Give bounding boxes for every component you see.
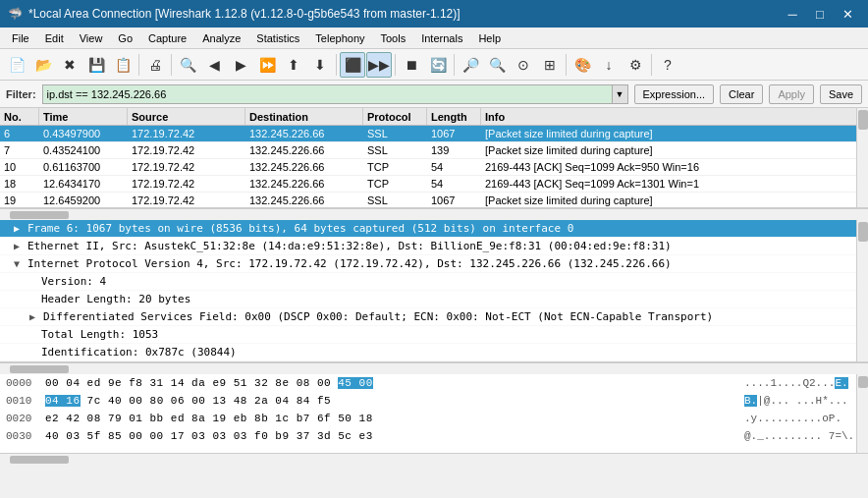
- hex-dump-hscroll[interactable]: [0, 453, 868, 465]
- menu-go[interactable]: Go: [110, 28, 140, 49]
- minimize-button[interactable]: ─: [780, 4, 805, 24]
- menu-internals[interactable]: Internals: [413, 28, 470, 49]
- detail-row[interactable]: Total Length: 1053: [0, 326, 868, 344]
- packet-row[interactable]: 1912.6459200172.19.72.42132.245.226.66SS…: [0, 193, 868, 208]
- packet-list-scrollbar[interactable]: [856, 108, 868, 207]
- restart-button[interactable]: 🔄: [425, 52, 451, 78]
- detail-row[interactable]: ▼Internet Protocol Version 4, Src: 172.1…: [0, 255, 868, 273]
- hex-dump-scrollbar[interactable]: [856, 374, 868, 453]
- filter-input-container: ▼: [42, 84, 628, 104]
- packet-cell: 139: [427, 142, 481, 158]
- packet-cell: [Packet size limited during capture]: [481, 193, 868, 208]
- packet-rows: 60.43497900172.19.72.42132.245.226.66SSL…: [0, 126, 868, 208]
- detail-text: Version: 4: [41, 275, 106, 288]
- app-icon: 🦈: [8, 7, 23, 21]
- hex-bytes: e2 42 08 79 01 bb ed 8a 19 eb 8b 1c b7 6…: [45, 413, 744, 424]
- detail-row[interactable]: Header Length: 20 bytes: [0, 291, 868, 308]
- packet-cell: 0.43497900: [39, 126, 128, 141]
- detail-expand-icon[interactable]: ▼: [10, 258, 24, 269]
- filter-bar: Filter: ▼ Expression... Clear Apply Save: [0, 81, 868, 108]
- detail-expand-icon[interactable]: ▶: [26, 311, 39, 322]
- col-header-protocol: Protocol: [363, 108, 427, 125]
- packet-row[interactable]: 1812.6434170172.19.72.42132.245.226.66TC…: [0, 176, 868, 193]
- zoom-reset-button[interactable]: ⊙: [511, 52, 536, 78]
- close-button[interactable]: ✕: [835, 4, 860, 24]
- export-button[interactable]: ⬆: [281, 52, 306, 78]
- expression-button[interactable]: Expression...: [634, 84, 715, 104]
- packet-row[interactable]: 70.43524100172.19.72.42132.245.226.66SSL…: [0, 142, 868, 159]
- clear-button[interactable]: Clear: [720, 84, 763, 104]
- apply-button[interactable]: Apply: [769, 84, 814, 104]
- packet-list-hscroll[interactable]: [0, 208, 868, 220]
- hex-row: 001004 16 7c 40 00 80 06 00 13 48 2a 04 …: [0, 392, 868, 410]
- help-btn[interactable]: ?: [655, 52, 680, 78]
- menu-capture[interactable]: Capture: [140, 28, 194, 49]
- detail-text: Internet Protocol Version 4, Src: 172.19…: [27, 257, 672, 270]
- menu-statistics[interactable]: Statistics: [248, 28, 307, 49]
- capture-interfaces-button[interactable]: ⬛: [340, 52, 365, 78]
- detail-row[interactable]: Version: 4: [0, 273, 868, 291]
- packet-cell: 172.19.72.42: [128, 176, 245, 192]
- packet-details[interactable]: ▶Frame 6: 1067 bytes on wire (8536 bits)…: [0, 220, 868, 362]
- col-header-destination: Destination: [245, 108, 363, 125]
- packet-cell: 132.245.226.66: [245, 176, 363, 192]
- zoom-fit-button[interactable]: ⊞: [537, 52, 563, 78]
- zoom-in-button[interactable]: 🔎: [458, 52, 483, 78]
- sep1: [138, 54, 139, 76]
- menu-file[interactable]: File: [4, 28, 37, 49]
- packet-details-hscroll-thumb[interactable]: [10, 365, 69, 373]
- detail-row[interactable]: ▶Differentiated Services Field: 0x00 (DS…: [0, 308, 868, 326]
- import-button[interactable]: ⬇: [307, 52, 333, 78]
- packet-details-rows: ▶Frame 6: 1067 bytes on wire (8536 bits)…: [0, 220, 868, 361]
- main-content: No. Time Source Destination Protocol Len…: [0, 108, 868, 498]
- detail-expand-icon[interactable]: ▶: [10, 223, 24, 234]
- menu-edit[interactable]: Edit: [37, 28, 72, 49]
- menu-telephony[interactable]: Telephony: [307, 28, 372, 49]
- open-button[interactable]: 📂: [30, 52, 56, 78]
- capture-options-button[interactable]: ▶▶: [366, 52, 392, 78]
- colorize-button[interactable]: 🎨: [570, 52, 595, 78]
- menu-help[interactable]: Help: [470, 28, 509, 49]
- title-bar: 🦈 *Local Area Connection [Wireshark 1.12…: [0, 0, 868, 28]
- packet-cell: 0.43524100: [39, 142, 128, 158]
- title-left: 🦈 *Local Area Connection [Wireshark 1.12…: [8, 7, 461, 21]
- hex-dump[interactable]: 000000 04 ed 9e f8 31 14 da e9 51 32 8e …: [0, 374, 868, 453]
- detail-row[interactable]: ▶Ethernet II, Src: AsustekC_51:32:8e (14…: [0, 238, 868, 255]
- menu-tools[interactable]: Tools: [373, 28, 414, 49]
- sep3: [336, 54, 337, 76]
- save-as-button[interactable]: 📋: [110, 52, 136, 78]
- packet-cell: 172.19.72.42: [128, 142, 245, 158]
- filter-dropdown-button[interactable]: ▼: [613, 84, 628, 104]
- maximize-button[interactable]: □: [807, 4, 833, 24]
- new-capture-button[interactable]: 📄: [4, 52, 29, 78]
- detail-text: Frame 6: 1067 bytes on wire (8536 bits),…: [27, 222, 573, 235]
- packet-row[interactable]: 100.61163700172.19.72.42132.245.226.66TC…: [0, 159, 868, 176]
- print-button[interactable]: 🖨: [142, 52, 168, 78]
- close-button2[interactable]: ✖: [57, 52, 82, 78]
- zoom-out-button[interactable]: 🔍: [484, 52, 510, 78]
- hex-ascii: .y..........oP.: [744, 413, 862, 424]
- packet-list-hscroll-thumb[interactable]: [10, 211, 69, 219]
- jump-button[interactable]: ⏩: [254, 52, 280, 78]
- packet-row[interactable]: 60.43497900172.19.72.42132.245.226.66SSL…: [0, 126, 868, 142]
- settings-button[interactable]: ⚙: [623, 52, 648, 78]
- next-button[interactable]: ▶: [228, 52, 253, 78]
- prev-button[interactable]: ◀: [201, 52, 227, 78]
- auto-scroll-button[interactable]: ↓: [596, 52, 622, 78]
- packet-details-scrollbar[interactable]: [856, 220, 868, 361]
- detail-row[interactable]: Identification: 0x787c (30844): [0, 344, 868, 361]
- filter-input[interactable]: [42, 84, 613, 104]
- menu-view[interactable]: View: [72, 28, 111, 49]
- hex-bytes: 00 04 ed 9e f8 31 14 da e9 51 32 8e 08 0…: [45, 377, 744, 389]
- packet-details-hscroll[interactable]: [0, 362, 868, 374]
- stop-button[interactable]: ⏹: [399, 52, 424, 78]
- detail-row[interactable]: ▶Frame 6: 1067 bytes on wire (8536 bits)…: [0, 220, 868, 238]
- detail-expand-icon[interactable]: ▶: [10, 241, 24, 251]
- save-button[interactable]: 💾: [83, 52, 109, 78]
- packet-list[interactable]: No. Time Source Destination Protocol Len…: [0, 108, 868, 208]
- save-filter-button[interactable]: Save: [820, 84, 862, 104]
- hex-dump-hscroll-thumb[interactable]: [10, 456, 69, 464]
- find-button[interactable]: 🔍: [175, 52, 200, 78]
- menu-analyze[interactable]: Analyze: [194, 28, 248, 49]
- packet-cell: TCP: [363, 159, 427, 175]
